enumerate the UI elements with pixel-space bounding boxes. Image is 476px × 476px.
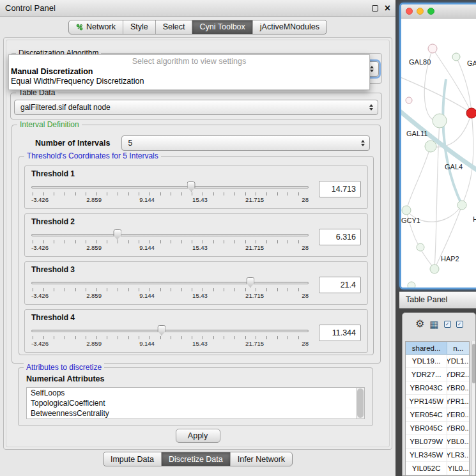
- node-table: shared... n... YDL19... YDL1... YDR27...…: [405, 341, 470, 475]
- node-gcy1[interactable]: [402, 206, 411, 215]
- tab-cyni-toolbox[interactable]: Cyni Toolbox: [192, 20, 252, 34]
- node[interactable]: [457, 201, 466, 210]
- table-cell[interactable]: YIL0...: [447, 462, 469, 475]
- slider-track[interactable]: [31, 282, 309, 284]
- network-graph[interactable]: GAL80 GA GAL11 GAL4 GCY1 H HAP2: [401, 19, 476, 288]
- tab-infer-network[interactable]: Infer Network: [230, 452, 292, 466]
- slider-thumb[interactable]: [113, 229, 121, 240]
- minimize-traffic-light-icon[interactable]: [417, 8, 424, 15]
- table-row[interactable]: YBR043C YBR0...: [406, 381, 469, 395]
- threshold-1-value[interactable]: 14.713: [319, 181, 361, 197]
- apply-button[interactable]: Apply: [176, 429, 220, 443]
- table-cell[interactable]: YBL079W: [406, 435, 447, 449]
- list-scrollbar[interactable]: [356, 388, 364, 418]
- dropdown-item-manual[interactable]: Manual Discretization: [9, 67, 369, 77]
- node-selected-red[interactable]: [466, 108, 476, 118]
- threshold-3-slider[interactable]: -3.4262.8599.14415.4321.71528: [31, 274, 309, 303]
- table-cell[interactable]: YPR1...: [447, 395, 469, 408]
- select-check-icon[interactable]: ✓: [456, 321, 463, 328]
- tab-select[interactable]: Select: [155, 20, 192, 34]
- attribute-item[interactable]: TopologicalCoefficient: [27, 398, 364, 408]
- tab-jactivemnodules[interactable]: jActiveMNodules: [252, 20, 326, 34]
- node[interactable]: [452, 53, 460, 61]
- tab-discretize-data[interactable]: Discretize Data: [161, 452, 230, 466]
- slider-thumb[interactable]: [246, 277, 254, 288]
- table-row[interactable]: YBR045C YBR0...: [406, 422, 469, 435]
- table-row[interactable]: YBL079W YBL0...: [406, 435, 469, 449]
- threshold-3-value[interactable]: 21.4: [319, 277, 361, 293]
- table-cell[interactable]: YBR0...: [447, 381, 469, 395]
- table-row[interactable]: YDL19... YDL1...: [406, 355, 469, 368]
- column-table-icon[interactable]: ▦: [429, 319, 438, 329]
- close-traffic-light-icon[interactable]: [406, 8, 413, 15]
- table-scrollbar[interactable]: [471, 341, 476, 475]
- table-row[interactable]: YER054C YER0...: [406, 408, 469, 422]
- table-cell[interactable]: YBR0...: [447, 422, 469, 435]
- node[interactable]: [417, 243, 424, 251]
- tab-impute-data[interactable]: Impute Data: [104, 452, 161, 466]
- bottom-tabrow: Impute Data Discretize Data Infer Networ…: [0, 452, 395, 466]
- tick-label: 28: [302, 292, 309, 299]
- network-canvas[interactable]: GAL80 GA GAL11 GAL4 GCY1 H HAP2: [401, 19, 476, 288]
- table-cell[interactable]: YBR043C: [406, 381, 447, 395]
- attribute-item[interactable]: BetweennessCentrality: [27, 408, 364, 418]
- tab-network[interactable]: Network: [69, 20, 123, 34]
- node[interactable]: [428, 44, 437, 53]
- table-row[interactable]: YPR145W YPR1...: [406, 395, 469, 408]
- gear-icon[interactable]: ⚙: [415, 319, 424, 329]
- slider-track[interactable]: [31, 234, 309, 236]
- node[interactable]: [408, 282, 415, 288]
- table-cell[interactable]: YLR3...: [447, 449, 469, 462]
- number-of-intervals-combo[interactable]: 5: [121, 135, 370, 151]
- table-cell[interactable]: YLR345W: [406, 449, 447, 462]
- tab-select-label: Select: [163, 22, 185, 31]
- table-cell[interactable]: YER054C: [406, 408, 447, 422]
- table-cell[interactable]: YIL052C: [406, 462, 447, 475]
- table-toolbar: ⚙ ▦ ✓ ✓: [403, 313, 475, 335]
- table-cell[interactable]: YDL1...: [447, 355, 469, 368]
- table-data-value: galFiltered.sif default node: [20, 103, 111, 112]
- table-data-combo[interactable]: galFiltered.sif default node: [14, 100, 378, 115]
- select-all-check-icon[interactable]: ✓: [444, 321, 451, 328]
- table-cell[interactable]: YBR045C: [406, 422, 447, 435]
- slider-track[interactable]: [31, 186, 309, 188]
- node[interactable]: [406, 97, 412, 104]
- threshold-4-value[interactable]: 11.344: [319, 325, 361, 341]
- table-cell[interactable]: YDL19...: [406, 355, 447, 368]
- slider-thumb[interactable]: [157, 325, 165, 335]
- table-row[interactable]: YLR345W YLR3...: [406, 449, 469, 462]
- close-icon[interactable]: ×: [385, 4, 390, 13]
- table-row[interactable]: YIL052C YIL0...: [406, 462, 469, 475]
- node[interactable]: [425, 141, 436, 152]
- tick-label: 2.859: [86, 340, 102, 347]
- table-cell[interactable]: YER0...: [447, 408, 469, 422]
- threshold-panel-4: Threshold 4 -3.4262.8599.14415.4321.7152…: [24, 309, 368, 353]
- float-window-icon[interactable]: [372, 5, 378, 12]
- threshold-1-slider[interactable]: -3.4262.8599.14415.4321.71528: [31, 178, 309, 208]
- threshold-2-value[interactable]: 6.316: [319, 229, 361, 245]
- table-cell[interactable]: YDR27...: [406, 368, 447, 381]
- table-scrollbar-thumb[interactable]: [472, 344, 475, 383]
- table-cell[interactable]: YDR2...: [447, 368, 469, 381]
- numerical-attributes-list[interactable]: SelfLoopsTopologicalCoefficientBetweenne…: [26, 387, 365, 419]
- threshold-1-label: Threshold 1: [31, 169, 361, 178]
- column-header-shared-name[interactable]: shared...: [406, 342, 447, 355]
- dropdown-item-equal-width[interactable]: Equal Width/Frequency Discretization: [9, 77, 369, 86]
- zoom-traffic-light-icon[interactable]: [427, 8, 434, 15]
- table-panel-header[interactable]: Table Panel: [399, 291, 476, 309]
- column-header-name[interactable]: n...: [447, 342, 469, 355]
- slider-tick-labels: -3.4262.8599.14415.4321.71528: [31, 196, 309, 203]
- attribute-item[interactable]: SelfLoops: [27, 388, 364, 398]
- table-cell[interactable]: YBL0...: [447, 435, 469, 449]
- threshold-2-slider[interactable]: -3.4262.8599.14415.4321.71528: [31, 226, 309, 256]
- table-cell[interactable]: YPR145W: [406, 395, 447, 408]
- slider-track[interactable]: [31, 330, 309, 332]
- table-row[interactable]: YDR27... YDR2...: [406, 368, 469, 381]
- node-hap2[interactable]: [430, 265, 439, 273]
- slider-thumb[interactable]: [187, 181, 196, 192]
- tab-style[interactable]: Style: [123, 20, 155, 34]
- network-view-window[interactable]: GAL80 GA GAL11 GAL4 GCY1 H HAP2: [399, 3, 476, 289]
- threshold-4-slider[interactable]: -3.4262.8599.14415.4321.71528: [31, 322, 309, 351]
- node[interactable]: [433, 114, 447, 128]
- list-scrollbar-thumb[interactable]: [357, 388, 364, 418]
